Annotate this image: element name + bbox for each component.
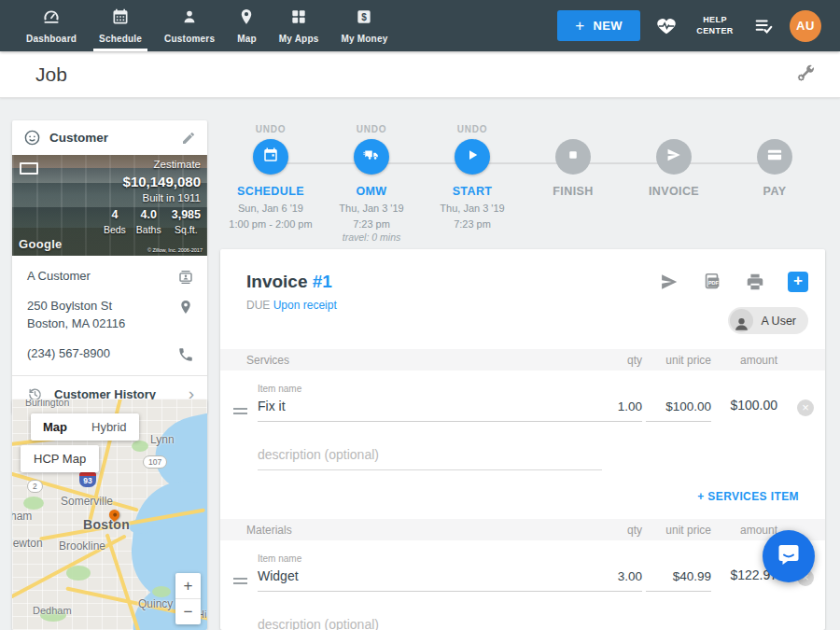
map-icon xyxy=(237,7,256,30)
location-pin-icon[interactable] xyxy=(177,298,194,315)
nav-dashboard[interactable]: Dashboard xyxy=(15,0,88,51)
map-label-lynn: Lynn xyxy=(150,433,175,446)
qty-field[interactable]: 3.00 xyxy=(590,569,642,592)
invoice-number[interactable]: #1 xyxy=(313,272,332,291)
nav-map[interactable]: Map xyxy=(226,0,268,51)
chat-icon xyxy=(776,541,802,571)
nav-my-apps[interactable]: My Apps xyxy=(268,0,330,51)
page-title: Job xyxy=(35,63,67,86)
step-invoice: INVOICE xyxy=(623,124,724,245)
my-apps-icon xyxy=(289,7,308,30)
assignee-pill[interactable]: A User xyxy=(728,307,808,334)
zoom-in-button[interactable]: + xyxy=(175,573,201,598)
item-name-label: Item name xyxy=(258,384,301,394)
send-invoice-icon[interactable] xyxy=(659,272,679,292)
page-header: Job xyxy=(0,51,840,98)
map-label-newton: Newton xyxy=(12,537,43,550)
customers-icon xyxy=(180,7,199,30)
qty-field[interactable]: 1.00 xyxy=(590,399,642,422)
nav-label: Map xyxy=(237,34,257,44)
drag-handle-icon[interactable] xyxy=(233,578,247,584)
step-circle[interactable] xyxy=(354,139,389,175)
add-services-item-link[interactable]: + SERVICES ITEM xyxy=(220,470,825,503)
step-finish: FINISH xyxy=(523,124,623,245)
add-invoice-button[interactable]: + xyxy=(788,272,808,292)
step-circle[interactable] xyxy=(656,139,692,175)
invoice-due: DUE Upon receipt xyxy=(246,299,808,312)
hcp-map-button[interactable]: HCP Map xyxy=(21,445,99,472)
user-avatar[interactable]: AU xyxy=(790,10,821,42)
map-widget[interactable]: Burlington Lynn 107 2 93 Somerville ham … xyxy=(12,399,207,630)
step-start: UNDO START Thu, Jan 3 '197:23 pm xyxy=(422,124,523,245)
step-circle[interactable] xyxy=(253,139,288,175)
stat-value: 4.0 xyxy=(136,207,161,223)
heart-pulse-icon[interactable] xyxy=(656,16,677,36)
nav-label: My Apps xyxy=(279,34,319,44)
help-center-link[interactable]: HELP CENTER xyxy=(693,15,737,36)
nav-customers[interactable]: Customers xyxy=(153,0,226,51)
top-nav: Dashboard Schedule Customers Map My Apps… xyxy=(0,0,840,51)
undo-link[interactable]: UNDO xyxy=(422,124,523,136)
stop-icon xyxy=(565,147,581,167)
item-name-field[interactable]: Widget xyxy=(258,568,602,592)
remove-item-button[interactable]: × xyxy=(797,399,814,416)
customer-card-header: Customer xyxy=(12,120,207,155)
pdf-icon[interactable]: PDF xyxy=(702,272,722,292)
step-circle[interactable] xyxy=(555,139,591,175)
phone-icon[interactable] xyxy=(177,345,194,363)
step-omw: UNDO OMW Thu, Jan 3 '197:23 pm travel: 0… xyxy=(321,124,422,245)
face-icon xyxy=(23,129,41,147)
built-year: Built in 1911 xyxy=(104,191,201,206)
pencil-icon[interactable] xyxy=(181,131,196,146)
stat-value: 4 xyxy=(104,207,126,223)
map-type-map[interactable]: Map xyxy=(31,413,79,441)
step-label[interactable]: START xyxy=(422,185,523,198)
undo-placeholder xyxy=(623,124,724,136)
step-label[interactable]: OMW xyxy=(321,185,422,198)
undo-link[interactable]: UNDO xyxy=(220,124,321,136)
undo-placeholder xyxy=(523,124,623,136)
stat-label: Baths xyxy=(136,223,161,236)
nav-label: Dashboard xyxy=(26,34,77,44)
step-label[interactable]: SCHEDULE xyxy=(220,185,321,198)
drag-handle-icon[interactable] xyxy=(233,408,247,414)
due-value-link[interactable]: Upon receipt xyxy=(273,299,337,312)
plus-icon: + xyxy=(575,20,584,32)
play-icon xyxy=(464,147,481,167)
printer-icon[interactable] xyxy=(745,272,765,292)
nav-schedule[interactable]: Schedule xyxy=(88,0,153,51)
job-progress-steps: UNDO SCHEDULE Sun, Jan 6 '191:00 pm - 2:… xyxy=(220,124,825,245)
contact-card-icon[interactable] xyxy=(177,268,194,286)
step-pay: PAY xyxy=(724,124,825,245)
step-detail: Thu, Jan 3 '197:23 pm xyxy=(321,201,422,231)
undo-link[interactable]: UNDO xyxy=(321,124,422,136)
new-button[interactable]: + NEW xyxy=(557,10,640,41)
svg-text:$: $ xyxy=(362,12,368,22)
step-circle[interactable] xyxy=(455,139,490,175)
nav-label: My Money xyxy=(341,34,387,44)
customer-card: Customer Zestimate $10,149,080 Built in … xyxy=(12,120,207,413)
nav-my-money[interactable]: $ My Money xyxy=(329,0,399,51)
truck-icon xyxy=(363,147,380,167)
zoom-out-button[interactable]: − xyxy=(175,599,201,624)
col-unit-price: unit price xyxy=(665,354,711,367)
description-field[interactable]: description (optional) xyxy=(258,617,602,630)
task-list-icon[interactable] xyxy=(753,16,774,36)
description-field[interactable]: description (optional) xyxy=(258,447,602,470)
new-button-label: NEW xyxy=(593,19,623,33)
item-name-field[interactable]: Fix it xyxy=(258,399,602,422)
map-type-hybrid[interactable]: Hybrid xyxy=(79,413,139,441)
step-label[interactable]: PAY xyxy=(724,185,825,198)
step-label[interactable]: FINISH xyxy=(523,185,623,198)
services-band: Services qty unit price amount xyxy=(220,349,825,371)
property-photo[interactable]: Zestimate $10,149,080 Built in 1911 4Bed… xyxy=(12,155,207,256)
step-circle[interactable] xyxy=(757,139,792,175)
customer-phone: (234) 567-8900 xyxy=(27,345,110,363)
step-schedule: UNDO SCHEDULE Sun, Jan 6 '191:00 pm - 2:… xyxy=(220,124,321,245)
chat-launcher-button[interactable] xyxy=(763,530,815,582)
step-label[interactable]: INVOICE xyxy=(623,185,724,198)
map-label-somerville: Somerville xyxy=(61,495,113,508)
invoice-header: Invoice #1 DUE Upon receipt PDF + A User xyxy=(220,249,825,349)
wrench-gear-icon[interactable] xyxy=(795,63,816,87)
app-root: Dashboard Schedule Customers Map My Apps… xyxy=(0,0,840,630)
